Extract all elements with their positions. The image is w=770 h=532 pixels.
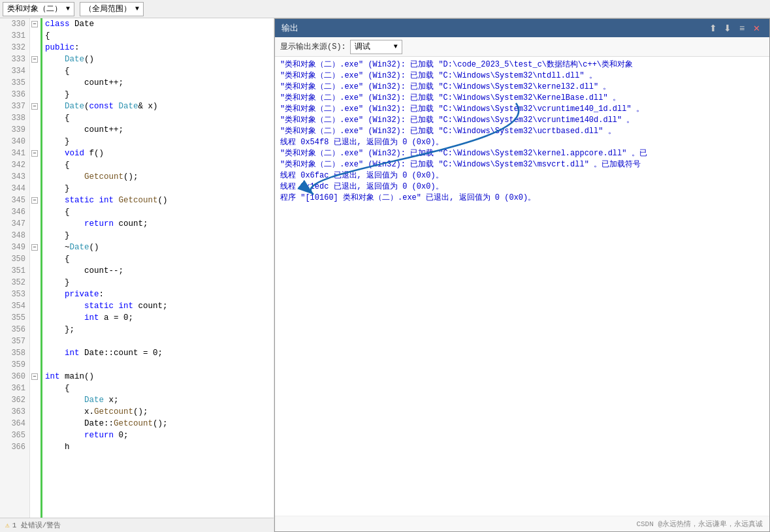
toolbar-btn-2[interactable]: ⬇	[721, 22, 734, 35]
line-number-351: 351	[0, 265, 29, 277]
toolbar-btn-1[interactable]: ⬆	[707, 22, 720, 35]
line-number-360: 360	[0, 371, 29, 383]
output-line-1: "类和对象（二）.exe" (Win32): 已加载 "C:\Windows\S…	[280, 70, 764, 82]
bottom-status-bar: ⚠ 1 处错误/警告	[0, 518, 274, 532]
source-label: 显示输出来源(S):	[280, 41, 346, 52]
output-footer: CSDN @永远热情，永远谦卑，永远真诚	[275, 516, 769, 531]
code-line-350: {	[45, 253, 274, 265]
line-number-344: 344	[0, 183, 29, 195]
right-panel: 输出 ⬆ ⬇ ≡ ✕ 显示输出来源(S): 调试 ▼ "类和对象（二）.exe"…	[274, 18, 770, 532]
dropdown-arrow-icon: ▼	[66, 5, 70, 12]
line-number-355: 355	[0, 312, 29, 324]
code-line-365: return 0;	[45, 430, 274, 441]
footer-text: CSDN @永远热情，永远谦卑，永远真诚	[636, 520, 763, 528]
output-line-0: "类和对象（二）.exe" (Win32): 已加载 "D:\code_2023…	[280, 59, 764, 70]
code-line-359	[45, 359, 274, 371]
line-number-349: 349	[0, 242, 29, 253]
code-lines: class Date{public: Date() { count++; } D…	[42, 18, 274, 532]
code-line-336: }	[45, 89, 274, 101]
fold-icon-330[interactable]: −	[31, 21, 38, 27]
line-number-334: 334	[0, 65, 29, 77]
output-line-9: "类和对象（二）.exe" (Win32): 已加载 "C:\Windows\S…	[280, 159, 764, 170]
line-number-338: 338	[0, 112, 29, 124]
code-line-354: static int count;	[45, 300, 274, 312]
source-value: 调试	[355, 41, 370, 52]
code-line-339: count++;	[45, 124, 274, 136]
fold-icon-333[interactable]: −	[31, 56, 38, 63]
fold-icon-345[interactable]: −	[31, 197, 38, 204]
gutter: −−−−−−−	[30, 18, 40, 532]
line-number-339: 339	[0, 124, 29, 136]
line-number-365: 365	[0, 430, 29, 441]
code-line-363: x.Getcount();	[45, 406, 274, 418]
line-number-363: 363	[0, 406, 29, 418]
output-content[interactable]: "类和对象（二）.exe" (Win32): 已加载 "D:\code_2023…	[275, 57, 769, 516]
line-number-333: 333	[0, 54, 29, 65]
code-line-335: count++;	[45, 77, 274, 89]
line-number-337: 337	[0, 101, 29, 112]
line-number-361: 361	[0, 383, 29, 394]
code-line-343: Getcount();	[45, 171, 274, 183]
code-panel: 3303313323333343353363373383393403413423…	[0, 18, 274, 532]
fold-icon-349[interactable]: −	[31, 244, 38, 251]
code-line-352: }	[45, 277, 274, 289]
output-controls: 显示输出来源(S): 调试 ▼	[275, 37, 769, 57]
output-line-10: 线程 0x6fac 已退出, 返回值为 0 (0x0)。	[280, 170, 764, 181]
code-line-356: };	[45, 324, 274, 336]
code-line-344: }	[45, 183, 274, 195]
output-line-5: "类和对象（二）.exe" (Win32): 已加载 "C:\Windows\S…	[280, 115, 764, 126]
code-line-337: Date(const Date& x)	[45, 101, 274, 112]
fold-icon-337[interactable]: −	[31, 103, 38, 110]
output-window: 输出 ⬆ ⬇ ≡ ✕ 显示输出来源(S): 调试 ▼ "类和对象（二）.exe"…	[274, 18, 770, 532]
output-line-12: 程序 "[10160] 类和对象（二）.exe" 已退出, 返回值为 0 (0x…	[280, 193, 764, 204]
line-number-342: 342	[0, 159, 29, 171]
line-number-350: 350	[0, 253, 29, 265]
line-number-358: 358	[0, 347, 29, 359]
code-line-342: {	[45, 159, 274, 171]
output-toolbar: ⬆ ⬇ ≡ ✕	[707, 22, 763, 35]
code-line-332: public:	[45, 42, 274, 54]
line-numbers: 3303313323333343353363373383393403413423…	[0, 18, 30, 532]
line-number-352: 352	[0, 277, 29, 289]
code-line-334: {	[45, 65, 274, 77]
line-number-353: 353	[0, 289, 29, 300]
source-dropdown[interactable]: 调试 ▼	[350, 40, 402, 54]
line-number-330: 330	[0, 18, 29, 30]
line-number-348: 348	[0, 230, 29, 242]
fold-icon-360[interactable]: −	[31, 373, 38, 380]
line-number-335: 335	[0, 77, 29, 89]
close-button[interactable]: ✕	[750, 22, 763, 35]
line-number-340: 340	[0, 136, 29, 148]
warning-icon: ⚠	[5, 521, 10, 529]
code-line-333: Date()	[45, 54, 274, 65]
code-line-348: }	[45, 230, 274, 242]
line-number-356: 356	[0, 324, 29, 336]
line-number-354: 354	[0, 300, 29, 312]
range-dropdown[interactable]: （全局范围） ▼	[80, 2, 144, 16]
code-line-358: int Date::count = 0;	[45, 347, 274, 359]
line-number-345: 345	[0, 195, 29, 206]
line-number-357: 357	[0, 336, 29, 347]
line-number-366: 366	[0, 441, 29, 453]
output-line-7: 线程 0x54f8 已退出, 返回值为 0 (0x0)。	[280, 137, 764, 148]
code-line-330: class Date	[45, 18, 274, 30]
code-line-360: int main()	[45, 371, 274, 383]
output-title: 输出	[281, 22, 298, 34]
output-line-3: "类和对象（二）.exe" (Win32): 已加载 "C:\Windows\S…	[280, 93, 764, 104]
scope-dropdown[interactable]: 类和对象（二） ▼	[3, 2, 74, 16]
top-bar: 类和对象（二） ▼ （全局范围） ▼	[0, 0, 770, 18]
line-number-331: 331	[0, 30, 29, 42]
code-line-349: ~Date()	[45, 242, 274, 253]
fold-icon-341[interactable]: −	[31, 150, 38, 157]
output-titlebar: 输出 ⬆ ⬇ ≡ ✕	[275, 19, 769, 37]
line-number-336: 336	[0, 89, 29, 101]
code-line-340: }	[45, 136, 274, 148]
output-line-8: "类和对象（二）.exe" (Win32): 已加载 "C:\Windows\S…	[280, 148, 764, 159]
scope-dropdown-label: 类和对象（二）	[7, 3, 62, 14]
source-dropdown-arrow-icon: ▼	[394, 43, 398, 50]
toolbar-btn-3[interactable]: ≡	[735, 22, 748, 35]
output-line-6: "类和对象（二）.exe" (Win32): 已加载 "C:\Windows\S…	[280, 126, 764, 137]
line-number-346: 346	[0, 206, 29, 218]
line-number-359: 359	[0, 359, 29, 371]
code-line-355: int a = 0;	[45, 312, 274, 324]
